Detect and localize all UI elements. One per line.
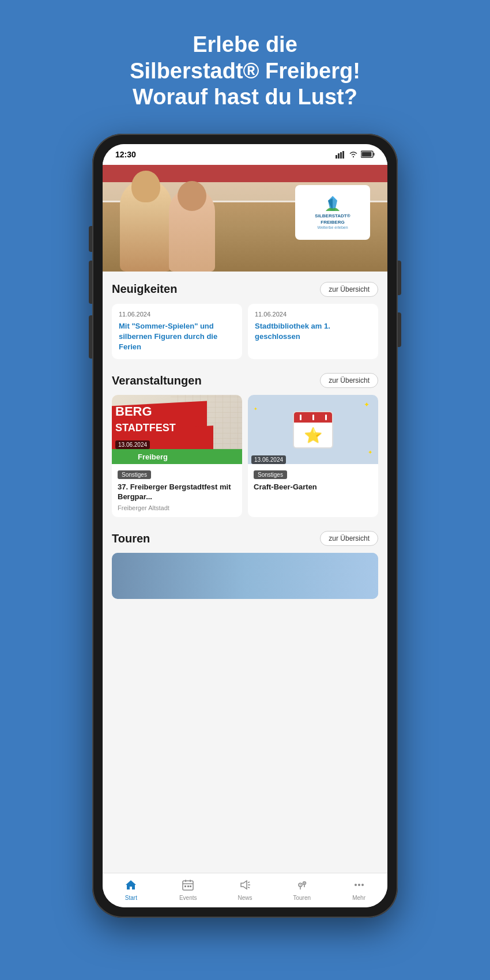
neuigkeiten-overview-btn[interactable]: zur Übersicht: [320, 282, 378, 297]
svg-point-23: [304, 883, 305, 884]
event-card-1-img: ⭐ ✦ ✦ ✦ 13.06.2024: [248, 395, 378, 464]
news-card-1-date: 11.06.2024: [255, 311, 371, 318]
svg-rect-14: [184, 885, 186, 887]
svg-line-19: [248, 887, 250, 888]
news-card-0[interactable]: 11.06.2024 Mit "Sommer-Spielen" und silb…: [112, 304, 242, 360]
nav-events-label: Events: [179, 895, 197, 901]
svg-point-21: [300, 884, 301, 885]
event-card-0-img: BERG STADTFEST Freiberg 13.06.2024: [112, 395, 242, 464]
logo-line1: SILBERSTADT®: [315, 213, 350, 218]
touren-preview: [112, 553, 378, 599]
touren-icon: [296, 879, 308, 894]
svg-rect-0: [336, 155, 337, 159]
nav-news[interactable]: News: [217, 873, 274, 907]
bottom-nav: Start Events: [103, 873, 387, 907]
bergfest-banner: Freiberg: [112, 449, 242, 464]
svg-rect-16: [190, 885, 191, 887]
bergfest-berg-text: BERG: [115, 405, 152, 418]
wifi-icon: [349, 151, 358, 158]
events-icon: [182, 879, 194, 894]
veranstaltungen-header: Veranstaltungen zur Übersicht: [112, 373, 378, 388]
headline-line1: Erlebe die: [193, 32, 297, 56]
event-card-0-tag: Sonstiges: [118, 470, 151, 479]
crystal-icon: [321, 195, 344, 213]
event-card-0-title: 37. Freiberger Bergstadtfest mit Bergpar…: [118, 483, 236, 502]
nav-start-label: Start: [125, 895, 137, 901]
status-icons: [336, 150, 375, 159]
nav-mehr[interactable]: Mehr: [330, 873, 387, 907]
svg-rect-1: [338, 153, 340, 159]
bergfest-stadtfest-text: STADTFEST: [115, 423, 176, 433]
touren-header: Touren zur Übersicht: [112, 531, 378, 546]
logo-line2: FREIBERG: [321, 220, 344, 225]
page-headline: Erlebe die Silberstadt® Freiberg! Worauf…: [0, 0, 490, 134]
nav-touren[interactable]: Touren: [273, 873, 330, 907]
nav-start[interactable]: Start: [103, 873, 160, 907]
event-card-0-location: Freiberger Altstadt: [118, 504, 236, 511]
svg-rect-6: [362, 152, 372, 157]
touren-section: Touren zur Übersicht: [103, 523, 387, 605]
mehr-icon: [353, 879, 365, 894]
headline-line3: Worauf hast du Lust?: [133, 85, 357, 109]
phone-screen: 12:30: [103, 144, 387, 907]
neuigkeiten-title: Neuigkeiten: [112, 282, 177, 296]
event-card-1-body: Sonstiges Craft-Beer-Garten: [248, 464, 378, 500]
news-card-0-date: 11.06.2024: [119, 311, 235, 318]
hero-image: SILBERSTADT® FREIBERG Welterbe erleben: [103, 165, 387, 272]
veranstaltungen-section: Veranstaltungen zur Übersicht BERG: [103, 365, 387, 523]
news-card-1[interactable]: 11.06.2024 Stadtbibliothek am 1. geschlo…: [248, 304, 378, 360]
event-card-0-date-badge: 13.06.2024: [115, 440, 150, 449]
news-icon: [239, 879, 251, 894]
signal-icon: [336, 150, 346, 159]
status-time: 12:30: [115, 150, 136, 159]
neuigkeiten-header: Neuigkeiten zur Übersicht: [112, 282, 378, 297]
event-card-1-title: Craft-Beer-Garten: [254, 483, 372, 492]
nav-touren-label: Touren: [293, 895, 311, 901]
neuigkeiten-section: Neuigkeiten zur Übersicht 11.06.2024 Mit…: [103, 272, 387, 365]
event-card-1[interactable]: ⭐ ✦ ✦ ✦ 13.06.2024 Sonstiges: [248, 395, 378, 517]
news-cards-row: 11.06.2024 Mit "Sommer-Spielen" und silb…: [112, 304, 378, 360]
touren-overview-btn[interactable]: zur Übersicht: [320, 531, 378, 546]
start-icon: [125, 879, 137, 894]
svg-rect-5: [374, 153, 375, 156]
scroll-content[interactable]: Neuigkeiten zur Übersicht 11.06.2024 Mit…: [103, 272, 387, 873]
phone-shell: 12:30: [92, 134, 398, 918]
svg-point-25: [358, 884, 360, 886]
event-card-1-tag: Sonstiges: [254, 470, 287, 479]
headline-line2: Silberstadt® Freiberg!: [130, 59, 360, 83]
battery-icon: [361, 150, 375, 158]
veranstaltungen-overview-btn[interactable]: zur Übersicht: [320, 373, 378, 388]
event-card-0-body: Sonstiges 37. Freiberger Bergstadtfest m…: [112, 464, 242, 517]
touren-title: Touren: [112, 532, 150, 545]
event-card-1-date-badge: 13.06.2024: [251, 455, 286, 464]
svg-point-24: [355, 884, 357, 886]
hero-logo: SILBERSTADT® FREIBERG Welterbe erleben: [295, 185, 370, 240]
bergfest-freiberg: Freiberg: [138, 453, 168, 461]
news-card-0-title: Mit "Sommer-Spielen" und silbernen Figur…: [119, 321, 235, 353]
nav-events[interactable]: Events: [160, 873, 217, 907]
nav-mehr-label: Mehr: [352, 895, 365, 901]
veranstaltungen-title: Veranstaltungen: [112, 374, 202, 387]
logo-subtext: Welterbe erleben: [317, 225, 348, 229]
svg-rect-3: [342, 151, 344, 159]
status-bar: 12:30: [103, 144, 387, 165]
event-card-0[interactable]: BERG STADTFEST Freiberg 13.06.2024 Sonst…: [112, 395, 242, 517]
nav-news-label: News: [238, 895, 252, 901]
logo-text: SILBERSTADT® FREIBERG: [315, 213, 350, 225]
svg-rect-2: [340, 152, 342, 159]
news-card-1-title: Stadtbibliothek am 1. geschlossen: [255, 321, 371, 342]
svg-rect-15: [187, 885, 189, 887]
event-cards-row: BERG STADTFEST Freiberg 13.06.2024 Sonst…: [112, 395, 378, 517]
svg-line-17: [248, 882, 250, 883]
svg-point-26: [361, 884, 364, 886]
